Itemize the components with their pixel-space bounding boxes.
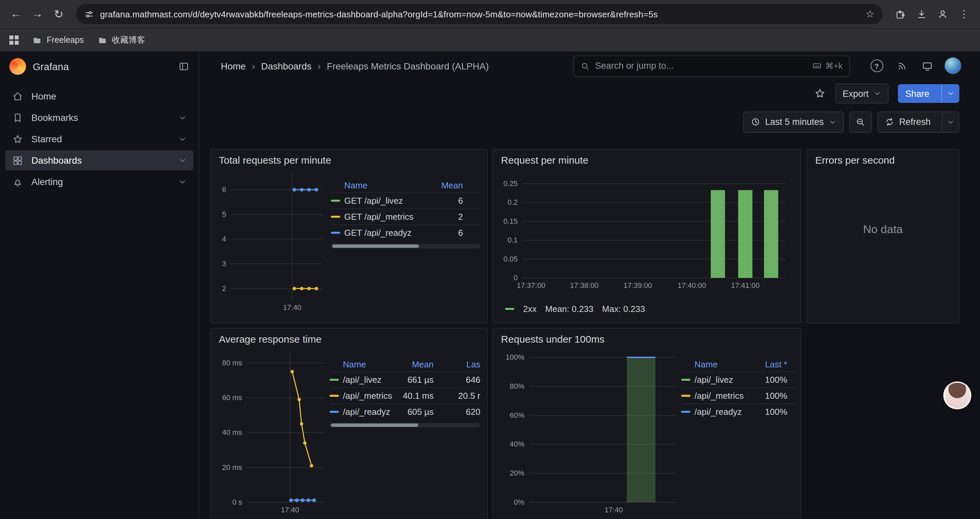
panel-title[interactable]: Total requests per minute (211, 150, 487, 166)
svg-text:0.05: 0.05 (503, 255, 518, 263)
share-menu-chevron-icon[interactable] (941, 84, 959, 103)
breadcrumb-separator: › (252, 60, 255, 72)
breadcrumb-dashboards[interactable]: Dashboards (261, 61, 312, 71)
breadcrumb-current: Freeleaps Metrics Dashboard (ALPHA) (327, 61, 489, 71)
url-text[interactable]: grafana.mathmast.com/d/deytv4rwavabkb/fr… (100, 9, 859, 19)
breadcrumb-home[interactable]: Home (221, 61, 246, 71)
panel-total-requests: Total requests per minute 6543217:40 Nam… (210, 149, 488, 323)
sidebar-item-bookmarks[interactable]: Bookmarks (5, 107, 194, 128)
no-data-message: No data (814, 166, 952, 293)
refresh-button[interactable]: Refresh (877, 111, 959, 133)
share-button[interactable]: Share (898, 84, 959, 103)
legend-row[interactable]: /api/_metrics100% (681, 387, 794, 404)
total-requests-chart[interactable]: 6543217:40 (218, 166, 326, 316)
legend-row[interactable]: /api/_livez100% (681, 371, 794, 387)
sidebar-item-alerting[interactable]: Alerting (5, 172, 194, 192)
panel-title[interactable]: Errors per second (807, 150, 959, 166)
chevron-down-icon[interactable] (178, 177, 187, 186)
sidebar-header: Grafana (0, 51, 199, 81)
svg-text:80 ms: 80 ms (222, 359, 242, 367)
time-range-picker[interactable]: Last 5 minutes (743, 111, 844, 133)
sidebar-item-label: Dashboards (31, 155, 82, 166)
panel-title[interactable]: Requests under 100ms (493, 329, 800, 345)
news-rss-icon[interactable] (894, 58, 910, 74)
sidebar-nav: Home Bookmarks Starred (0, 81, 199, 197)
chevron-down-icon[interactable] (178, 134, 187, 143)
floating-assistant-avatar[interactable] (943, 382, 971, 409)
extensions-icon[interactable] (891, 5, 909, 23)
panel-title[interactable]: Average response time (211, 329, 487, 345)
legend-row[interactable]: /api/_metrics40.1 ms20.5 r (329, 387, 480, 404)
dock-sidebar-icon[interactable] (178, 61, 189, 72)
average-response-time-chart[interactable]: 80 ms60 ms40 ms20 ms0 s17:40 (218, 345, 324, 519)
svg-text:0.25: 0.25 (503, 179, 518, 188)
legend-row[interactable]: GET /api/_metrics2 (331, 208, 480, 224)
svg-text:40 ms: 40 ms (222, 428, 242, 436)
reload-icon[interactable]: ↻ (49, 5, 68, 23)
svg-text:2: 2 (222, 284, 226, 292)
legend-scrollbar[interactable] (331, 244, 480, 249)
panel-average-response-time: Average response time 80 ms60 ms40 ms20 … (210, 328, 488, 519)
svg-text:17:40: 17:40 (283, 303, 302, 311)
request-per-minute-chart[interactable]: 0.250.20.150.10.05017:37:0017:38:0017:39… (500, 166, 792, 300)
bookmark-folder-freeleaps[interactable]: Freeleaps (32, 35, 84, 45)
legend-row[interactable]: /api/_readyz100% (681, 404, 794, 420)
legend-row[interactable]: GET /api/_livez6 (331, 192, 480, 208)
bookmark-folder-blogs[interactable]: 收藏博客 (97, 34, 145, 46)
svg-text:0.2: 0.2 (508, 198, 518, 206)
export-button[interactable]: Export (835, 83, 889, 104)
search-input[interactable]: Search or jump to... ⌘+k (573, 55, 850, 77)
downloads-icon[interactable] (912, 5, 931, 23)
svg-text:0.15: 0.15 (503, 217, 518, 225)
browser-profile-icon[interactable] (933, 5, 952, 23)
bookmark-star-icon[interactable]: ☆ (865, 8, 875, 20)
sidebar-item-starred[interactable]: Starred (5, 129, 194, 149)
folder-icon (97, 35, 107, 45)
svg-text:60 ms: 60 ms (222, 393, 242, 402)
legend-row[interactable]: /api/_readyz605 µs620 (329, 404, 480, 420)
sidebar-item-label: Alerting (31, 176, 63, 187)
browser-menu-icon[interactable]: ⋮ (955, 5, 973, 23)
legend-scrollbar[interactable] (329, 423, 480, 428)
refresh-interval-chevron-icon[interactable] (942, 112, 959, 132)
legend-header[interactable]: NameMeanLas (329, 357, 480, 371)
panel-requests-under-100ms: Requests under 100ms 100%80%60%40%20%0%1… (492, 328, 801, 519)
user-avatar[interactable] (945, 57, 961, 74)
svg-text:17:40: 17:40 (605, 506, 623, 514)
page-header: Home › Dashboards › Freeleaps Metrics Da… (199, 51, 980, 80)
back-icon[interactable]: ← (7, 5, 25, 23)
bookmarks-bar: Freeleaps 收藏博客 (0, 28, 980, 51)
kiosk-monitor-icon[interactable] (919, 58, 935, 74)
sidebar-item-home[interactable]: Home (5, 86, 194, 106)
svg-text:20%: 20% (510, 469, 524, 477)
url-bar[interactable]: grafana.mathmast.com/d/deytv4rwavabkb/fr… (76, 4, 883, 24)
apps-grid-icon[interactable] (10, 35, 19, 45)
favorite-star-icon[interactable] (814, 88, 826, 99)
legend-row[interactable]: GET /api/_readyz6 (331, 224, 480, 241)
star-icon (12, 133, 23, 145)
legend-row[interactable]: /api/_livez661 µs646 (329, 371, 480, 387)
help-icon[interactable]: ? (869, 58, 885, 74)
svg-text:100%: 100% (506, 353, 524, 361)
svg-text:60%: 60% (510, 411, 524, 420)
legend-header[interactable]: NameMean (331, 178, 480, 192)
svg-text:4: 4 (222, 235, 226, 243)
legend-stat: Mean: 0.233 (545, 304, 593, 314)
legend-series-label[interactable]: 2xx (523, 304, 536, 314)
site-settings-icon[interactable] (84, 9, 94, 19)
panel-title[interactable]: Request per minute (493, 150, 800, 166)
svg-text:5: 5 (222, 210, 226, 219)
time-controls: Last 5 minutes Refresh (199, 107, 980, 137)
grafana-logo[interactable] (10, 58, 26, 75)
refresh-icon (884, 117, 894, 127)
chevron-down-icon[interactable] (178, 156, 187, 164)
chevron-down-icon[interactable] (178, 113, 187, 122)
legend-header[interactable]: NameLast * (681, 357, 794, 371)
forward-icon[interactable]: → (28, 5, 47, 23)
svg-text:0%: 0% (514, 498, 524, 506)
search-placeholder: Search or jump to... (595, 61, 807, 71)
sidebar-item-dashboards[interactable]: Dashboards (5, 150, 194, 170)
zoom-out-button[interactable] (849, 111, 872, 133)
svg-text:17:37:00: 17:37:00 (517, 281, 546, 289)
requests-under-100ms-chart[interactable]: 100%80%60%40%20%0%17:40 (500, 345, 676, 519)
